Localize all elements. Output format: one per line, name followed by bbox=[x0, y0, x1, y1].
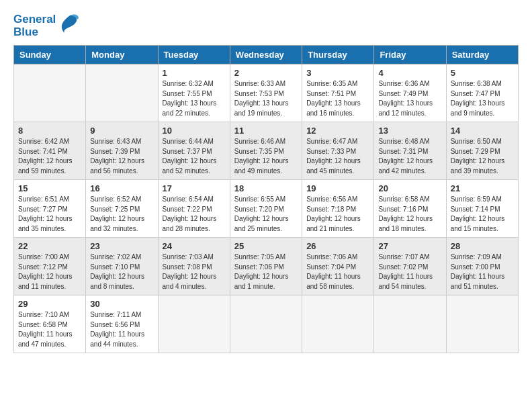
day-number: 5 bbox=[451, 68, 514, 78]
day-info: Sunrise: 7:00 AM Sunset: 7:12 PM Dayligh… bbox=[18, 253, 81, 291]
weekday-header-thursday: Thursday bbox=[302, 46, 374, 64]
day-number: 2 bbox=[234, 68, 298, 78]
calendar-cell: 17 Sunrise: 6:54 AM Sunset: 7:22 PM Dayl… bbox=[158, 180, 230, 238]
day-info: Sunrise: 7:09 AM Sunset: 7:00 PM Dayligh… bbox=[451, 253, 514, 291]
day-number: 24 bbox=[163, 241, 226, 251]
calendar-table: SundayMondayTuesdayWednesdayThursdayFrid… bbox=[13, 45, 519, 353]
day-number: 4 bbox=[378, 68, 441, 78]
day-number: 26 bbox=[306, 241, 369, 251]
calendar-cell: 18 Sunrise: 6:55 AM Sunset: 7:20 PM Dayl… bbox=[230, 180, 302, 238]
day-number: 22 bbox=[18, 241, 81, 251]
calendar-cell: 26 Sunrise: 7:06 AM Sunset: 7:04 PM Dayl… bbox=[302, 238, 374, 295]
day-info: Sunrise: 6:36 AM Sunset: 7:49 PM Dayligh… bbox=[378, 79, 441, 118]
weekday-header-monday: Monday bbox=[86, 46, 158, 64]
day-info: Sunrise: 7:11 AM Sunset: 6:56 PM Dayligh… bbox=[90, 310, 153, 349]
day-number: 30 bbox=[90, 299, 153, 309]
day-info: Sunrise: 6:42 AM Sunset: 7:41 PM Dayligh… bbox=[18, 137, 81, 176]
day-info: Sunrise: 6:48 AM Sunset: 7:31 PM Dayligh… bbox=[378, 137, 441, 176]
weekday-header-saturday: Saturday bbox=[446, 46, 518, 64]
day-info: Sunrise: 6:54 AM Sunset: 7:22 PM Dayligh… bbox=[163, 195, 226, 234]
day-info: Sunrise: 7:03 AM Sunset: 7:08 PM Dayligh… bbox=[163, 253, 226, 291]
day-number: 18 bbox=[234, 183, 298, 193]
calendar-cell: 19 Sunrise: 6:56 AM Sunset: 7:18 PM Dayl… bbox=[302, 180, 374, 238]
day-number: 13 bbox=[378, 126, 441, 136]
day-number: 28 bbox=[451, 241, 514, 251]
calendar-cell: 5 Sunrise: 6:38 AM Sunset: 7:47 PM Dayli… bbox=[446, 64, 518, 122]
calendar-cell: 29 Sunrise: 7:10 AM Sunset: 6:58 PM Dayl… bbox=[14, 295, 86, 353]
calendar-cell: 30 Sunrise: 7:11 AM Sunset: 6:56 PM Dayl… bbox=[86, 295, 158, 353]
day-number: 17 bbox=[163, 183, 226, 193]
day-number: 25 bbox=[234, 241, 298, 251]
calendar-cell: 4 Sunrise: 6:36 AM Sunset: 7:49 PM Dayli… bbox=[374, 64, 446, 122]
calendar-week-row: 1 Sunrise: 6:32 AM Sunset: 7:55 PM Dayli… bbox=[14, 64, 519, 122]
day-number: 1 bbox=[163, 68, 226, 78]
calendar-cell: 16 Sunrise: 6:52 AM Sunset: 7:25 PM Dayl… bbox=[86, 180, 158, 238]
calendar-cell: 12 Sunrise: 6:47 AM Sunset: 7:33 PM Dayl… bbox=[302, 122, 374, 180]
calendar-cell: 3 Sunrise: 6:35 AM Sunset: 7:51 PM Dayli… bbox=[302, 64, 374, 122]
day-info: Sunrise: 7:02 AM Sunset: 7:10 PM Dayligh… bbox=[90, 253, 153, 291]
calendar-cell bbox=[230, 295, 302, 353]
calendar-cell: 24 Sunrise: 7:03 AM Sunset: 7:08 PM Dayl… bbox=[158, 238, 230, 295]
day-info: Sunrise: 7:10 AM Sunset: 6:58 PM Dayligh… bbox=[18, 310, 81, 349]
day-info: Sunrise: 6:55 AM Sunset: 7:20 PM Dayligh… bbox=[234, 195, 298, 234]
calendar-cell: 14 Sunrise: 6:50 AM Sunset: 7:29 PM Dayl… bbox=[446, 122, 518, 180]
calendar-cell: 13 Sunrise: 6:48 AM Sunset: 7:31 PM Dayl… bbox=[374, 122, 446, 180]
day-info: Sunrise: 6:32 AM Sunset: 7:55 PM Dayligh… bbox=[163, 79, 226, 118]
day-info: Sunrise: 6:38 AM Sunset: 7:47 PM Dayligh… bbox=[451, 79, 514, 118]
calendar-week-row: 29 Sunrise: 7:10 AM Sunset: 6:58 PM Dayl… bbox=[14, 295, 519, 353]
day-number: 3 bbox=[306, 68, 369, 78]
day-info: Sunrise: 6:47 AM Sunset: 7:33 PM Dayligh… bbox=[306, 137, 369, 176]
day-info: Sunrise: 6:50 AM Sunset: 7:29 PM Dayligh… bbox=[451, 137, 514, 176]
calendar-cell: 28 Sunrise: 7:09 AM Sunset: 7:00 PM Dayl… bbox=[446, 238, 518, 295]
calendar-cell: 20 Sunrise: 6:58 AM Sunset: 7:16 PM Dayl… bbox=[374, 180, 446, 238]
day-number: 12 bbox=[306, 126, 369, 136]
calendar-cell: 2 Sunrise: 6:33 AM Sunset: 7:53 PM Dayli… bbox=[230, 64, 302, 122]
logo: General Blue bbox=[13, 13, 81, 38]
day-info: Sunrise: 6:44 AM Sunset: 7:37 PM Dayligh… bbox=[163, 137, 226, 176]
weekday-header-row: SundayMondayTuesdayWednesdayThursdayFrid… bbox=[14, 46, 519, 64]
calendar-cell: 27 Sunrise: 7:07 AM Sunset: 7:02 PM Dayl… bbox=[374, 238, 446, 295]
day-info: Sunrise: 7:07 AM Sunset: 7:02 PM Dayligh… bbox=[378, 253, 441, 291]
calendar-cell: 23 Sunrise: 7:02 AM Sunset: 7:10 PM Dayl… bbox=[86, 238, 158, 295]
calendar-cell bbox=[86, 64, 158, 122]
day-number: 16 bbox=[90, 183, 153, 193]
day-number: 11 bbox=[234, 126, 298, 136]
calendar-cell bbox=[158, 295, 230, 353]
calendar-cell: 25 Sunrise: 7:05 AM Sunset: 7:06 PM Dayl… bbox=[230, 238, 302, 295]
calendar-cell bbox=[446, 295, 518, 353]
day-info: Sunrise: 6:43 AM Sunset: 7:39 PM Dayligh… bbox=[90, 137, 153, 176]
day-number: 15 bbox=[18, 183, 81, 193]
day-info: Sunrise: 6:52 AM Sunset: 7:25 PM Dayligh… bbox=[90, 195, 153, 234]
day-number: 19 bbox=[306, 183, 369, 193]
day-info: Sunrise: 6:59 AM Sunset: 7:14 PM Dayligh… bbox=[451, 195, 514, 234]
calendar-week-row: 15 Sunrise: 6:51 AM Sunset: 7:27 PM Dayl… bbox=[14, 180, 519, 238]
weekday-header-sunday: Sunday bbox=[14, 46, 86, 64]
logo-general: General bbox=[13, 13, 56, 26]
calendar-week-row: 8 Sunrise: 6:42 AM Sunset: 7:41 PM Dayli… bbox=[14, 122, 519, 180]
calendar-cell bbox=[374, 295, 446, 353]
day-number: 20 bbox=[378, 183, 441, 193]
weekday-header-friday: Friday bbox=[374, 46, 446, 64]
day-info: Sunrise: 7:05 AM Sunset: 7:06 PM Dayligh… bbox=[234, 253, 298, 291]
day-number: 23 bbox=[90, 241, 153, 251]
day-number: 9 bbox=[90, 126, 153, 136]
calendar-cell bbox=[14, 64, 86, 122]
day-number: 8 bbox=[18, 126, 81, 136]
day-info: Sunrise: 6:56 AM Sunset: 7:18 PM Dayligh… bbox=[306, 195, 369, 234]
day-number: 27 bbox=[378, 241, 441, 251]
day-info: Sunrise: 6:58 AM Sunset: 7:16 PM Dayligh… bbox=[378, 195, 441, 234]
calendar-cell: 15 Sunrise: 6:51 AM Sunset: 7:27 PM Dayl… bbox=[14, 180, 86, 238]
calendar-cell bbox=[302, 295, 374, 353]
day-number: 29 bbox=[18, 299, 81, 309]
calendar-cell: 22 Sunrise: 7:00 AM Sunset: 7:12 PM Dayl… bbox=[14, 238, 86, 295]
calendar-cell: 21 Sunrise: 6:59 AM Sunset: 7:14 PM Dayl… bbox=[446, 180, 518, 238]
calendar-cell: 9 Sunrise: 6:43 AM Sunset: 7:39 PM Dayli… bbox=[86, 122, 158, 180]
calendar-week-row: 22 Sunrise: 7:00 AM Sunset: 7:12 PM Dayl… bbox=[14, 238, 519, 295]
day-number: 10 bbox=[163, 126, 226, 136]
weekday-header-wednesday: Wednesday bbox=[230, 46, 302, 64]
calendar-cell: 10 Sunrise: 6:44 AM Sunset: 7:37 PM Dayl… bbox=[158, 122, 230, 180]
day-info: Sunrise: 6:33 AM Sunset: 7:53 PM Dayligh… bbox=[234, 79, 298, 118]
day-number: 14 bbox=[451, 126, 514, 136]
page-header: General Blue bbox=[13, 13, 519, 38]
day-info: Sunrise: 7:06 AM Sunset: 7:04 PM Dayligh… bbox=[306, 253, 369, 291]
